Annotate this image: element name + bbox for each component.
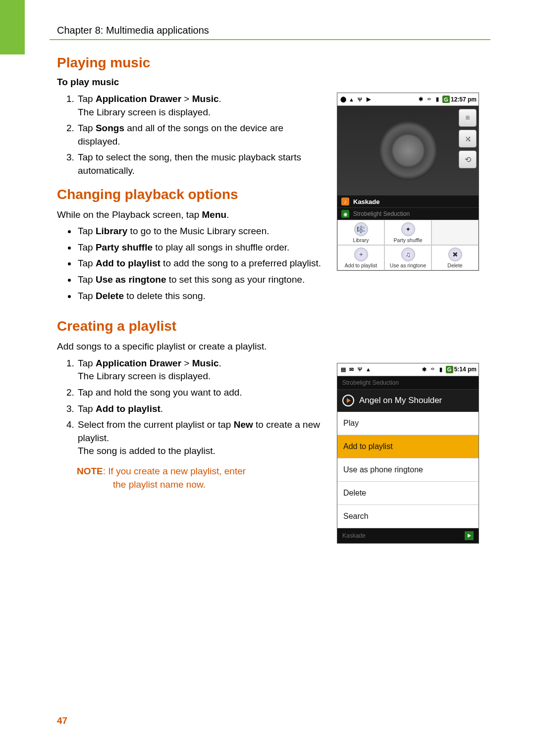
context-item-ringtone[interactable]: Use as phone ringtone	[337, 458, 479, 482]
mini-play-icon	[465, 531, 474, 540]
menu-library[interactable]: 🎼Library	[337, 220, 384, 245]
status-bar: ⬤ ▲ Ψ ▶ ✱ ⌔ ▮ G 12:57 pm	[337, 93, 479, 106]
wifi-icon: ⌔	[426, 96, 433, 103]
list-item: Tap Delete to delete this song.	[77, 290, 327, 303]
queue-button[interactable]: ≡	[459, 109, 477, 127]
step: Select from the current playlist or tap …	[77, 418, 327, 458]
play-icon: ▶	[365, 96, 372, 103]
step: Tap Application Drawer > Music. The Libr…	[77, 93, 327, 119]
section-title-playing-music: Playing music	[57, 55, 490, 71]
status-time: 5:14 pm	[454, 366, 477, 373]
menu-add-to-playlist[interactable]: ＋Add to playlist	[337, 245, 384, 270]
list-item: Tap Add to playlist to add the song to a…	[77, 257, 327, 270]
battery-icon: G	[442, 96, 450, 103]
repeat-button[interactable]: ⟲	[459, 151, 477, 168]
page-number: 47	[57, 715, 67, 726]
usb-icon: Ψ	[356, 96, 364, 103]
notification-icon: ▤	[339, 366, 347, 373]
status-bar: ▤ ✉ Ψ ▲ ✱ ⌔ ▮ G 5:14 pm	[337, 363, 479, 376]
note-continuation: the playlist name now.	[113, 478, 327, 492]
party-shuffle-icon: ✦	[401, 222, 415, 236]
warning-icon: ▲	[365, 366, 372, 373]
text: .	[226, 209, 229, 220]
step: Tap Songs and all of the songs on the de…	[77, 122, 327, 148]
text-bold: New	[234, 419, 253, 430]
album-row: ◉ Strobelight Seduction	[337, 207, 479, 220]
album-art-area: ≡ ⤨ ⟲	[337, 106, 479, 195]
playback-options-list: Tap Library to go to the Music Library s…	[77, 225, 327, 302]
text: to set this song as your ringtone.	[166, 274, 305, 285]
text-bold: Delete	[96, 291, 124, 301]
text: Tap	[78, 242, 96, 252]
creating-playlist-steps: Tap Application Drawer > Music. The Libr…	[77, 357, 327, 458]
text: >	[181, 94, 192, 104]
album-icon: ◉	[341, 210, 349, 218]
delete-icon: ✖	[448, 248, 462, 261]
library-icon: 🎼	[354, 222, 368, 236]
context-item-delete[interactable]: Delete	[337, 482, 479, 505]
shuffle-button[interactable]: ⤨	[459, 130, 477, 148]
note-label: NOTE	[77, 466, 103, 476]
text: .	[219, 94, 221, 104]
text: Tap	[78, 94, 96, 104]
subhead-to-play-music: To play music	[57, 77, 490, 88]
menu-label: Add to playlist	[345, 262, 377, 268]
text: Select from the current playlist or tap	[78, 419, 234, 430]
artist-name: Kaskade	[353, 198, 379, 205]
menu-party-shuffle[interactable]: ✦Party shuffle	[384, 220, 431, 245]
screenshot-playback: ⬤ ▲ Ψ ▶ ✱ ⌔ ▮ G 12:57 pm	[337, 93, 479, 271]
artist-icon: ♪	[341, 198, 349, 205]
menu-label: Party shuffle	[393, 237, 422, 243]
dimmed-footer: Kaskade	[337, 528, 479, 543]
chapter-rule	[50, 39, 490, 40]
step: Tap Add to playlist.	[77, 403, 327, 416]
context-item-add-to-playlist[interactable]: Add to playlist	[337, 435, 479, 458]
section-title-changing-playback: Changing playback options	[57, 187, 327, 202]
text: The song is added to the playlist.	[78, 446, 215, 456]
page-accent-tab	[0, 0, 25, 54]
text: Tap	[78, 123, 96, 133]
text-bold: Application Drawer	[96, 94, 181, 104]
text: The Library screen is displayed.	[78, 107, 211, 117]
playback-menu-grid: 🎼Library ✦Party shuffle ＋Add to playlist…	[337, 220, 479, 270]
text: :	[103, 466, 108, 476]
text: Tap	[78, 226, 96, 236]
playing-music-steps: Tap Application Drawer > Music. The Libr…	[77, 93, 327, 178]
album-name: Strobelight Seduction	[353, 210, 410, 217]
text-bold: Music	[192, 358, 219, 368]
context-item-play[interactable]: Play	[337, 412, 479, 435]
ringtone-icon: ♫	[401, 248, 415, 261]
context-item-search[interactable]: Search	[337, 505, 479, 528]
bluetooth-icon: ✱	[421, 366, 428, 373]
text-bold: Add to playlist	[96, 403, 160, 414]
notification-icon: ✉	[348, 366, 355, 373]
signal-icon: ▮	[434, 96, 441, 103]
text-bold: Menu	[202, 209, 227, 220]
usb-icon: Ψ	[356, 366, 364, 373]
screenshot-context-menu: ▤ ✉ Ψ ▲ ✱ ⌔ ▮ G 5:14 pm Strobelight Sedu…	[337, 363, 479, 544]
list-item: Tap Library to go to the Music Library s…	[77, 225, 327, 238]
text: Tap	[78, 403, 96, 414]
text-bold: Add to playlist	[96, 258, 160, 268]
text: .	[219, 358, 221, 368]
list-item: Tap Use as ringtone to set this song as …	[77, 273, 327, 287]
signal-icon: ▮	[437, 366, 445, 373]
text: .	[160, 403, 163, 414]
menu-label: Use as ringtone	[390, 262, 427, 268]
footer-text: Kaskade	[342, 532, 366, 539]
warning-icon: ▲	[348, 96, 355, 103]
text-bold: Use as ringtone	[96, 274, 166, 285]
text: to add the song to a preferred playlist.	[160, 258, 321, 268]
chapter-header: Chapter 8: Multimedia applications	[57, 25, 490, 36]
text-bold: Songs	[96, 123, 124, 133]
artist-row: ♪ Kaskade	[337, 195, 479, 207]
menu-use-as-ringtone[interactable]: ♫Use as ringtone	[384, 245, 431, 270]
intro-text: While on the Playback screen, tap Menu.	[57, 208, 327, 221]
list-item: Tap Party shuffle to play all songs in s…	[77, 241, 327, 254]
text-bold: Music	[192, 94, 219, 104]
text: The Library screen is displayed.	[78, 371, 211, 381]
step: Tap and hold the song you want to add.	[77, 386, 327, 400]
text-bold: Party shuffle	[96, 242, 153, 252]
menu-delete[interactable]: ✖Delete	[431, 245, 479, 270]
text: to play all songs in shuffle order.	[153, 242, 289, 252]
